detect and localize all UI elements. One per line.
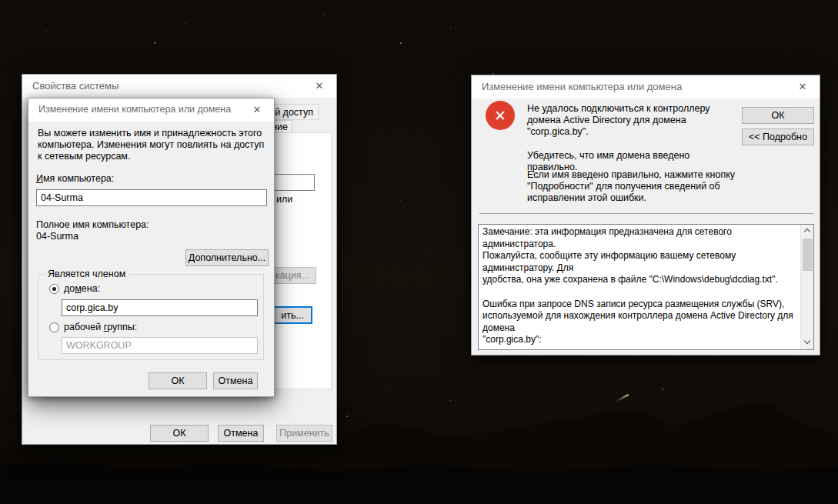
button-label: Отмена	[219, 375, 253, 386]
error-icon: ✕	[486, 101, 515, 130]
label-rest: мя компьютера:	[43, 173, 114, 184]
scroll-up-icon[interactable]	[801, 225, 814, 238]
details-box: Замечание: эта информация предназначена …	[478, 224, 814, 350]
error-dialog-titlebar[interactable]: Изменение имени компьютера или домена ✕	[472, 75, 820, 98]
details-toggle-button[interactable]: << Подробно	[742, 129, 814, 145]
button-label: кация...	[275, 270, 309, 281]
error-dialog-window: Изменение имени компьютера или домена ✕ …	[471, 75, 820, 355]
cancel-button[interactable]: Отмена	[213, 372, 258, 389]
workgroup-radio[interactable]	[49, 322, 59, 332]
workgroup-input[interactable]	[62, 337, 258, 354]
accel-key: м	[75, 283, 82, 294]
button-label: Дополнительно...	[189, 252, 265, 263]
ok-button[interactable]: ОК	[149, 372, 207, 389]
system-properties-titlebar[interactable]: Свойства системы ✕	[22, 75, 336, 98]
label-rest: ополнительно...	[195, 252, 265, 263]
accel-key: И	[36, 173, 43, 184]
ok-button[interactable]: ОК	[150, 425, 209, 442]
dialog-description: Вы можете изменить имя и принадлежность …	[38, 128, 269, 162]
button-label: Применить	[279, 428, 329, 439]
error-message-3: Если имя введено правильно, нажмите кноп…	[527, 169, 741, 204]
label-rest: ена:	[82, 283, 100, 294]
button-label: ОК	[172, 428, 185, 439]
computer-name-label: Имя компьютера:	[36, 173, 114, 184]
window-title: Изменение имени компьютера или домена	[38, 104, 231, 115]
button-label: << Подробно	[749, 132, 807, 142]
computer-name-input[interactable]	[36, 189, 267, 206]
close-icon[interactable]: ✕	[240, 98, 274, 121]
member-of-group: Является членом домена: рабочей группы:	[38, 274, 264, 360]
domain-input[interactable]	[62, 299, 258, 316]
separator	[479, 213, 813, 214]
workgroup-radio-label: рабочей группы:	[64, 322, 137, 332]
vertical-scrollbar[interactable]	[800, 225, 813, 349]
more-button[interactable]: Дополнительно...	[185, 249, 269, 266]
close-icon[interactable]: ✕	[302, 75, 336, 97]
starfield-bright	[0, 0, 2, 2]
rename-dialog-window: Изменение имени компьютера или домена ✕ …	[28, 98, 275, 397]
error-message-1: Не удалось подключиться к контроллеру до…	[527, 103, 741, 138]
cancel-button[interactable]: Отмена	[218, 425, 264, 442]
scroll-down-icon[interactable]	[801, 336, 814, 349]
close-icon[interactable]: ✕	[786, 75, 820, 98]
button-label: ОК	[771, 110, 784, 121]
domain-radio[interactable]	[49, 284, 59, 294]
button-label: ить...	[281, 310, 304, 321]
label-rest: руппы:	[107, 322, 137, 332]
apply-button[interactable]: Применить	[276, 425, 332, 442]
or-text: или	[276, 194, 292, 205]
ok-button[interactable]: ОК	[742, 107, 814, 124]
full-computer-name-value: 04-Surma	[36, 231, 78, 242]
full-computer-name-label: Полное имя компьютера:	[36, 219, 149, 230]
member-of-label: Является членом	[45, 269, 129, 279]
scrollbar-thumb[interactable]	[803, 239, 813, 271]
rename-dialog-titlebar[interactable]: Изменение имени компьютера или домена ✕	[28, 98, 274, 122]
label-pre: до	[64, 283, 75, 294]
domain-radio-label: домена:	[64, 283, 100, 294]
error-glyph: ✕	[494, 107, 506, 125]
label-pre: рабочей	[64, 322, 104, 332]
window-title: Свойства системы	[32, 80, 119, 92]
button-label: Отмена	[224, 428, 259, 439]
details-text[interactable]: Замечание: эта информация предназначена …	[479, 225, 800, 349]
window-title: Изменение имени компьютера или домена	[482, 81, 682, 92]
button-label: ОК	[171, 375, 184, 386]
